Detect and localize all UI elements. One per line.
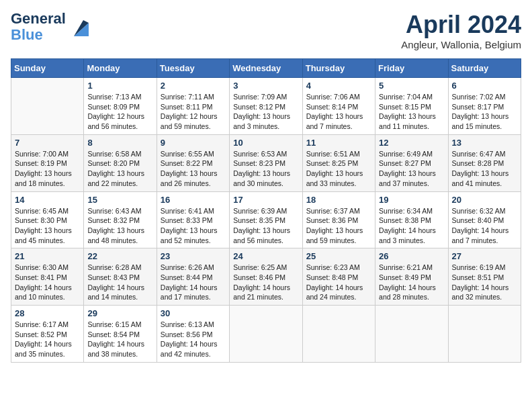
day-header: Tuesday [157,59,229,78]
cell-info: Sunrise: 7:02 AMSunset: 8:17 PMDaylight:… [452,92,517,132]
cell-info: Sunrise: 6:37 AMSunset: 8:36 PMDaylight:… [306,206,371,246]
day-number: 10 [233,138,298,148]
day-number: 16 [161,195,226,205]
location-subtitle: Angleur, Wallonia, Belgium [401,39,521,50]
cell-info: Sunrise: 6:21 AMSunset: 8:49 PMDaylight:… [379,263,444,302]
day-header: Wednesday [230,59,302,78]
calendar-cell [448,306,521,363]
day-number: 8 [87,138,152,148]
cell-info: Sunrise: 6:58 AMSunset: 8:20 PMDaylight:… [87,149,152,189]
cell-info: Sunrise: 7:09 AMSunset: 8:12 PMDaylight:… [233,92,298,132]
calendar-cell [230,306,302,363]
day-number: 22 [87,251,152,261]
logo-text: GeneralBlue [11,11,66,43]
calendar-cell: 11Sunrise: 6:51 AMSunset: 8:25 PMDayligh… [302,134,375,191]
cell-info: Sunrise: 6:41 AMSunset: 8:33 PMDaylight:… [161,206,226,246]
day-number: 1 [87,81,152,91]
month-title: April 2024 [401,11,521,39]
calendar-cell: 24Sunrise: 6:25 AMSunset: 8:46 PMDayligh… [230,248,302,306]
day-number: 26 [379,251,444,261]
calendar-cell: 4Sunrise: 7:06 AMSunset: 8:14 PMDaylight… [302,78,375,135]
cell-info: Sunrise: 6:26 AMSunset: 8:44 PMDaylight:… [161,263,226,302]
logo-icon [67,17,89,36]
calendar-cell: 17Sunrise: 6:39 AMSunset: 8:35 PMDayligh… [230,191,302,248]
cell-info: Sunrise: 6:30 AMSunset: 8:41 PMDaylight:… [15,263,80,302]
calendar-cell: 6Sunrise: 7:02 AMSunset: 8:17 PMDaylight… [448,78,521,135]
calendar-table: SundayMondayTuesdayWednesdayThursdayFrid… [11,58,521,363]
title-block: April 2024 Angleur, Wallonia, Belgium [401,11,521,50]
cell-info: Sunrise: 7:00 AMSunset: 8:19 PMDaylight:… [15,149,80,189]
day-number: 7 [15,138,80,148]
calendar-cell: 22Sunrise: 6:28 AMSunset: 8:43 PMDayligh… [84,248,157,306]
day-header: Friday [375,59,448,78]
calendar-cell: 7Sunrise: 7:00 AMSunset: 8:19 PMDaylight… [11,134,84,191]
day-number: 24 [233,251,298,261]
day-number: 15 [87,195,152,205]
calendar-cell: 9Sunrise: 6:55 AMSunset: 8:22 PMDaylight… [157,134,229,191]
cell-info: Sunrise: 6:43 AMSunset: 8:32 PMDaylight:… [87,206,152,246]
cell-info: Sunrise: 6:47 AMSunset: 8:28 PMDaylight:… [452,149,517,189]
cell-info: Sunrise: 7:06 AMSunset: 8:14 PMDaylight:… [306,92,371,132]
calendar-cell: 5Sunrise: 7:04 AMSunset: 8:15 PMDaylight… [375,78,448,135]
calendar-cell: 13Sunrise: 6:47 AMSunset: 8:28 PMDayligh… [448,134,521,191]
cell-info: Sunrise: 7:13 AMSunset: 8:09 PMDaylight:… [87,92,152,132]
calendar-cell: 19Sunrise: 6:34 AMSunset: 8:38 PMDayligh… [375,191,448,248]
page-header: GeneralBlue April 2024 Angleur, Wallonia… [11,11,521,50]
day-number: 30 [161,308,226,318]
day-header: Sunday [11,59,84,78]
cell-info: Sunrise: 6:51 AMSunset: 8:25 PMDaylight:… [306,149,371,189]
cell-info: Sunrise: 6:32 AMSunset: 8:40 PMDaylight:… [452,206,517,246]
cell-info: Sunrise: 6:55 AMSunset: 8:22 PMDaylight:… [161,149,226,189]
day-number: 18 [306,195,371,205]
calendar-cell: 27Sunrise: 6:19 AMSunset: 8:51 PMDayligh… [448,248,521,306]
calendar-cell: 30Sunrise: 6:13 AMSunset: 8:56 PMDayligh… [157,306,229,363]
day-number: 2 [161,81,226,91]
day-number: 19 [379,195,444,205]
day-number: 13 [452,138,517,148]
calendar-cell: 25Sunrise: 6:23 AMSunset: 8:48 PMDayligh… [302,248,375,306]
cell-info: Sunrise: 7:11 AMSunset: 8:11 PMDaylight:… [161,92,226,132]
day-number: 3 [233,81,298,91]
calendar-cell: 10Sunrise: 6:53 AMSunset: 8:23 PMDayligh… [230,134,302,191]
day-number: 23 [161,251,226,261]
day-header: Saturday [448,59,521,78]
calendar-cell [302,306,375,363]
day-number: 14 [15,195,80,205]
calendar-cell: 28Sunrise: 6:17 AMSunset: 8:52 PMDayligh… [11,306,84,363]
calendar-cell: 18Sunrise: 6:37 AMSunset: 8:36 PMDayligh… [302,191,375,248]
day-number: 12 [379,138,444,148]
calendar-cell: 20Sunrise: 6:32 AMSunset: 8:40 PMDayligh… [448,191,521,248]
calendar-cell: 21Sunrise: 6:30 AMSunset: 8:41 PMDayligh… [11,248,84,306]
day-number: 11 [306,138,371,148]
cell-info: Sunrise: 6:39 AMSunset: 8:35 PMDaylight:… [233,206,298,246]
day-number: 6 [452,81,517,91]
calendar-cell: 15Sunrise: 6:43 AMSunset: 8:32 PMDayligh… [84,191,157,248]
calendar-cell: 14Sunrise: 6:45 AMSunset: 8:30 PMDayligh… [11,191,84,248]
cell-info: Sunrise: 6:28 AMSunset: 8:43 PMDaylight:… [87,263,152,302]
cell-info: Sunrise: 6:53 AMSunset: 8:23 PMDaylight:… [233,149,298,189]
cell-info: Sunrise: 6:34 AMSunset: 8:38 PMDaylight:… [379,206,444,246]
day-number: 27 [452,251,517,261]
cell-info: Sunrise: 6:45 AMSunset: 8:30 PMDaylight:… [15,206,80,246]
calendar-cell: 1Sunrise: 7:13 AMSunset: 8:09 PMDaylight… [84,78,157,135]
day-number: 20 [452,195,517,205]
cell-info: Sunrise: 6:17 AMSunset: 8:52 PMDaylight:… [15,320,80,359]
cell-info: Sunrise: 6:25 AMSunset: 8:46 PMDaylight:… [233,263,298,302]
calendar-cell: 29Sunrise: 6:15 AMSunset: 8:54 PMDayligh… [84,306,157,363]
cell-info: Sunrise: 7:04 AMSunset: 8:15 PMDaylight:… [379,92,444,132]
cell-info: Sunrise: 6:49 AMSunset: 8:27 PMDaylight:… [379,149,444,189]
cell-info: Sunrise: 6:23 AMSunset: 8:48 PMDaylight:… [306,263,371,302]
day-number: 21 [15,251,80,261]
calendar-cell: 12Sunrise: 6:49 AMSunset: 8:27 PMDayligh… [375,134,448,191]
cell-info: Sunrise: 6:15 AMSunset: 8:54 PMDaylight:… [87,320,152,359]
day-number: 28 [15,308,80,318]
day-number: 17 [233,195,298,205]
calendar-cell [375,306,448,363]
day-header: Thursday [302,59,375,78]
calendar-cell: 8Sunrise: 6:58 AMSunset: 8:20 PMDaylight… [84,134,157,191]
calendar-cell: 3Sunrise: 7:09 AMSunset: 8:12 PMDaylight… [230,78,302,135]
day-number: 29 [87,308,152,318]
logo: GeneralBlue [11,11,89,43]
day-number: 4 [306,81,371,91]
day-number: 9 [161,138,226,148]
